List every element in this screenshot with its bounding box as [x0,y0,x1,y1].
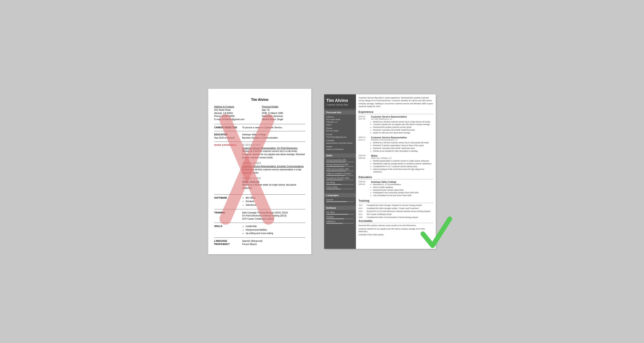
career-objective-label: CAREER OBJECTIVE [214,126,240,129]
sidebar-header: Tim Alvino Customer Service Rep [324,94,356,108]
phone: Phone: 5018732669 [214,115,258,118]
training-title: Training [358,199,433,203]
training-desc: Completed Excelsior Communications' inte… [367,216,433,218]
exp-bullets: Worked as a full time customer service r… [371,121,433,134]
skill-bar-bg [326,189,354,189]
list-item: Chosen as an example for other associate… [373,150,433,153]
skill-bar-fill [326,166,344,167]
list-item: Received "Associate of the Month" award … [373,147,433,150]
list-item: Zendesk [246,200,305,203]
skill-bar-fill [326,175,345,176]
training-desc: SCP Career Certification Exam [367,213,433,215]
list-item: Dale Carnegie Training Modules (2015, 20… [242,211,305,214]
skill-name: Strong leadership skills. [326,159,354,161]
list-item: Worked passionately in customer service … [373,160,433,162]
address-value: 831 Rasle Road Alameda, CA 94501 [326,118,354,126]
list-item: Salesforce [246,203,305,207]
linkedin-value: www.linkedin.com/in/tim-alvino [326,142,354,145]
software-list: MS OfficeZendeskSalesforce [242,196,305,207]
phone-label: Phone [326,127,354,129]
skill-row: Solid communication skills. [326,168,354,171]
list-item: Spanish (Advanced) [242,239,305,243]
exp-bullets: Worked passionately in customer service … [371,160,433,173]
training-year: 2015 [358,204,365,206]
dob: DOB: 12 March 1985 [262,112,305,115]
work-experience-section: WORK EXPERIENCE 01-2013 to 03-2017 Custo… [214,143,305,192]
skill-name: Up-selling [326,181,354,184]
education-title: Education [358,175,433,179]
work-desc: Worked as a full time waiter at a high-v… [242,183,305,190]
skill-bar-fill [326,180,343,180]
skill-name: Cross-selling [326,186,354,188]
accolades-title: Accolades [358,219,433,223]
list-item: Worked as a full time customer service r… [373,121,433,123]
sidebar: Tim Alvino Customer Service Rep Personal… [324,94,356,249]
personal-info-title: Personal Info [324,110,356,115]
twitter-value: twitter.com/timalvino [326,148,354,151]
skills-list: LeadershipInterpersonal AbilitiesUp-sell… [242,225,305,235]
work-date: 01-2013 to 03-2017 [242,143,305,146]
exp-company: Excelsior Communications, CA [371,139,433,141]
list-item: Interpersonal Abilities [246,228,305,231]
skill-row: Strong interpersonal skills. [326,163,354,167]
address: 831 Rasle Road [214,108,258,112]
exp-job-title: Customer Service Representative [371,136,433,139]
language-bar-fill [326,201,347,202]
personal-info-section: Personal Info Address 831 Rasle Road Ala… [324,108,356,152]
edu-details: Antelope Valley College Received B.A. in… [371,181,433,197]
exp-date: 2013-01 - 2017-03 [358,115,369,134]
software-row: Salesforce [326,220,354,224]
skills-sidebar-section: Skills Strong leadership skills. Strong … [324,152,356,191]
career-objective-value: To pursue a career in Customer Service. [242,126,305,129]
experience-title: Experience [358,110,433,114]
language-section: LANGUAGE PROFICIENCY Spanish (Advanced)F… [214,239,305,246]
training-entry: 2011 SCP Career Certification Exam [358,213,433,215]
training-year: 2014 [358,207,365,209]
address-label: Address [326,116,354,118]
education-degree: Bachelor Studies in Communication [242,136,305,139]
list-item: Speed on calls was 10% above team averag… [373,131,433,134]
skills-sidebar-title: Skills [324,153,356,158]
list-item: Received Senior Scholar Award 2009. [373,189,433,192]
exp-details: Customer Service Representative On Point… [371,115,433,134]
list-item: Minor in public speaking. [373,186,433,189]
work-desc: Worked as a full time customer service r… [242,168,305,174]
city: Almeda, CA 94501 [214,112,258,115]
twitter-label: Twitter [326,146,354,148]
languages-sidebar-title: Languages [324,193,356,197]
languages-sidebar-section: Languages Spanish [324,191,356,204]
sidebar-title: Customer Service Rep [326,104,354,106]
software-bar-fill [326,214,348,215]
good-resume: Tim Alvino Customer Service Rep Personal… [324,94,436,249]
skill-name: Strong interpersonal skills. [326,163,354,166]
training-label: TRAINING [214,211,240,221]
skill-name: Adept at complaint resolution. [326,172,354,175]
work-entry: 10-2009 to 11-2012 Waiter, Pizza Hut Wor… [242,177,305,190]
address-label: Address & Contacts [214,105,258,108]
edu-bullets: Received B.A. in Communications.Minor in… [371,183,433,197]
exp-date: 2009-10 - 2012-11 [358,136,369,152]
exp-company: Pizza Hut, Antelope, CA [371,157,433,159]
education-section: EDUCATION Sep 2015 to present Antelope V… [214,133,305,139]
skill-row: Strong leadership skills. [326,159,354,162]
work-title: Waiter, Pizza Hut [242,180,305,183]
list-item: Received B.A. in Communications. [373,183,433,186]
list-item: Received "Associate of the Month" award … [373,129,433,131]
skill-bar-fill [326,171,346,171]
accolade-item: Received 99% positive customer survey re… [358,224,433,227]
email-label: E-mail [326,133,354,136]
list-item: Maintained a high tip average thanks to … [373,162,433,165]
skill-bar-fill [326,184,341,185]
skill-row: Cross-selling [326,186,354,189]
skill-bar-fill [326,189,341,189]
nationality: Nationality: American [262,115,305,118]
training-entry: 2009 Completed Excelsior Communications'… [358,216,433,218]
linkedin-label: LinkedIn [326,139,354,142]
work-experience-label: WORK EXPERIENCE [214,143,240,147]
experience-entry: 2009-10 - 2012-11 Customer Service Repre… [358,136,433,152]
age: Age: 32 [262,108,305,112]
list-item: Completed the F.A.S.T. customer service … [373,165,433,168]
skill-row: Exceptional telesales skills. [326,177,354,180]
exp-details: Waiter Pizza Hut, Antelope, CA Worked pa… [371,154,433,173]
exp-job-title: Customer Service Representative [371,115,433,118]
